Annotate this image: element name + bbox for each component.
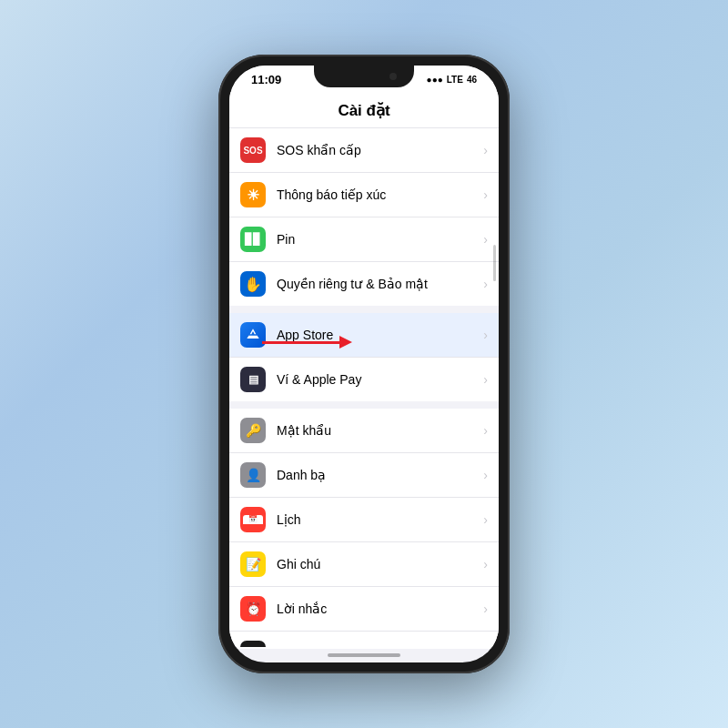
voice-icon: 🎙: [240, 641, 266, 647]
status-time: 11:09: [251, 73, 281, 86]
settings-row-contacts[interactable]: 👤 Danh bạ ›: [229, 453, 499, 498]
calendar-label: Lịch: [277, 512, 480, 527]
home-indicator: [328, 653, 400, 657]
sos-chevron: ›: [483, 143, 488, 157]
settings-section-1: SOS SOS khẩn cấp › ☀ Thông báo tiếp xúc …: [229, 128, 499, 306]
notification-chevron: ›: [483, 187, 488, 202]
reminders-chevron: ›: [483, 602, 488, 616]
phone-screen: 11:09 ●●● LTE 46 Cài đặt SOS: [229, 66, 499, 662]
password-chevron: ›: [483, 423, 488, 438]
notch: [314, 66, 414, 87]
settings-row-appstore[interactable]: App Store ›: [229, 313, 499, 358]
notification-icon: ☀: [240, 182, 266, 207]
sos-icon: SOS: [240, 137, 266, 163]
settings-row-password[interactable]: 🔑 Mật khẩu ›: [229, 409, 499, 453]
contacts-label: Danh bạ: [277, 468, 480, 482]
settings-row-wallet[interactable]: ▤ Ví & Apple Pay ›: [229, 358, 499, 401]
contacts-icon: 👤: [240, 462, 266, 488]
settings-section-2: App Store › ▤ Ví & Apple Pay ›: [229, 313, 499, 401]
settings-row-battery[interactable]: ▊▊ Pin ›: [229, 217, 499, 262]
settings-content: Cài đặt SOS SOS khẩn cấp › ☀ Thông báo t…: [229, 92, 499, 649]
phone-frame: 11:09 ●●● LTE 46 Cài đặt SOS: [218, 55, 510, 673]
scroll-indicator: [493, 245, 496, 281]
privacy-icon: ✋: [240, 271, 266, 297]
battery-chevron: ›: [483, 232, 488, 247]
voice-label: Ghi âm: [277, 646, 480, 647]
privacy-chevron: ›: [483, 277, 488, 291]
settings-row-calendar[interactable]: 📅 Lịch ›: [229, 498, 499, 542]
wallet-label: Ví & Apple Pay: [277, 372, 480, 387]
appstore-icon: [240, 322, 266, 348]
calendar-chevron: ›: [483, 512, 488, 527]
notes-chevron: ›: [483, 557, 488, 571]
notes-label: Ghi chú: [277, 557, 480, 571]
notification-label: Thông báo tiếp xúc: [277, 187, 480, 202]
signal-icon: ●●●: [427, 75, 443, 85]
notes-icon: 📝: [240, 551, 266, 577]
voice-chevron: ›: [483, 646, 488, 647]
wallet-icon: ▤: [240, 367, 266, 392]
reminders-label: Lời nhắc: [277, 602, 480, 616]
settings-row-notes[interactable]: 📝 Ghi chú ›: [229, 542, 499, 587]
settings-row-sos[interactable]: SOS SOS khẩn cấp ›: [229, 128, 499, 173]
appstore-chevron: ›: [483, 328, 488, 342]
settings-list[interactable]: SOS SOS khẩn cấp › ☀ Thông báo tiếp xúc …: [229, 128, 499, 647]
battery-label: Pin: [277, 232, 480, 247]
camera: [389, 73, 397, 80]
settings-row-notification[interactable]: ☀ Thông báo tiếp xúc ›: [229, 173, 499, 217]
contacts-chevron: ›: [483, 468, 488, 482]
page-title: Cài đặt: [229, 92, 499, 128]
appstore-label: App Store: [277, 328, 480, 342]
password-icon: 🔑: [240, 418, 266, 443]
settings-section-3: 🔑 Mật khẩu › 👤 Danh bạ › 📅: [229, 409, 499, 647]
privacy-label: Quyền riêng tư & Bảo mật: [277, 277, 480, 291]
sos-label: SOS khẩn cấp: [277, 143, 480, 157]
calendar-icon: 📅: [240, 507, 266, 532]
battery-row-icon: ▊▊: [240, 227, 266, 252]
password-label: Mật khẩu: [277, 423, 480, 438]
settings-row-reminders[interactable]: ⏰ Lời nhắc ›: [229, 587, 499, 632]
status-icons: ●●● LTE 46: [427, 75, 477, 85]
network-label: LTE: [447, 75, 463, 85]
status-bar: 11:09 ●●● LTE 46: [229, 66, 499, 92]
settings-row-privacy[interactable]: ✋ Quyền riêng tư & Bảo mật ›: [229, 262, 499, 306]
wallet-chevron: ›: [483, 372, 488, 387]
reminders-icon: ⏰: [240, 596, 266, 622]
battery-icon: 46: [467, 75, 477, 85]
settings-row-voice[interactable]: 🎙 Ghi âm ›: [229, 632, 499, 647]
